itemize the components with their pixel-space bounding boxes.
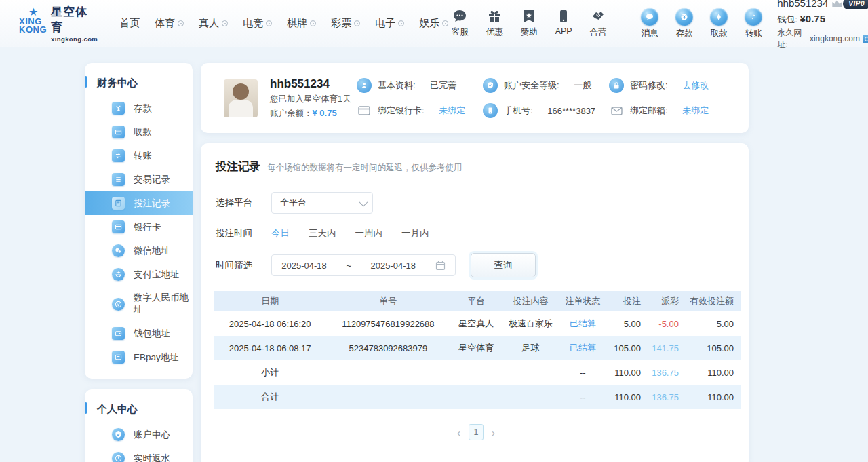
password-change-link[interactable]: 去修改: [682, 79, 709, 92]
sidebar-item-realtime-rebate[interactable]: 实时返水: [85, 446, 193, 462]
dropdown-circle-icon: [178, 20, 184, 26]
platform-select[interactable]: 全平台: [271, 192, 373, 214]
security-level-item: 账户安全等级: 一般: [483, 78, 609, 93]
sidebar-item-digital-rmb-address[interactable]: 数字人民币地址: [85, 286, 193, 322]
partnership-icon: [590, 8, 606, 24]
sidebar-item-account-center[interactable]: 账户中心: [85, 423, 193, 446]
sidebar-item-wallet-address[interactable]: 钱包地址: [85, 322, 193, 345]
main-content: hhb551234 您已加入星空体育1天 账户余额：¥ 0.75 基本资料: 已…: [201, 63, 749, 462]
col-payout: 派彩: [648, 291, 686, 311]
promotions-button[interactable]: 优惠: [483, 8, 506, 38]
account-center-icon: [112, 428, 125, 441]
nav-item-esports[interactable]: 电竞: [243, 17, 272, 30]
page-number[interactable]: 1: [469, 424, 484, 440]
deposit-button[interactable]: 存款: [673, 8, 696, 39]
main-nav: 首页 体育 真人 电竞 棋牌 彩票 电子 娱乐: [119, 17, 448, 30]
dropdown-circle-icon: [266, 20, 272, 26]
profile-card: hhb551234 您已加入星空体育1天 账户余额：¥ 0.75 基本资料: 已…: [201, 63, 749, 133]
nav-item-home[interactable]: 首页: [119, 17, 140, 30]
bind-email-link[interactable]: 未绑定: [682, 104, 709, 117]
bind-bank-card-item: 绑定银行卡: 未绑定: [357, 103, 483, 118]
url-badge-icon[interactable]: [863, 35, 868, 43]
shield-check-icon: [483, 78, 498, 93]
nav-item-entertainment[interactable]: 娱乐: [419, 17, 448, 30]
star-icon: ★: [28, 8, 39, 16]
app-download-button[interactable]: APP: [552, 8, 575, 36]
top-navbar: ★ XING KONG 星空体育 xingkong.com 首页 体育 真人 电…: [0, 0, 868, 47]
date-from[interactable]: 2025-04-18: [281, 261, 327, 271]
table-row: 2025-04-18 06:16:20 1120975476819922688 …: [214, 311, 741, 336]
sidebar-item-deposit[interactable]: 存款: [85, 96, 193, 120]
query-button[interactable]: 查询: [471, 253, 536, 277]
customer-service-icon: [452, 8, 468, 24]
chevron-down-icon: [359, 197, 368, 206]
phone-icon: [483, 103, 498, 118]
transaction-record-icon: [112, 173, 125, 186]
sidebar-item-bet-records[interactable]: 投注记录: [85, 191, 193, 215]
dropdown-circle-icon: [310, 20, 316, 26]
transfer-icon: [112, 149, 125, 162]
withdraw-button[interactable]: 取款: [707, 8, 730, 39]
bank-card-outline-icon: [357, 103, 372, 118]
dropdown-circle-icon: [442, 20, 448, 26]
user-info: hhb551234 VIP0 钱包: ¥0.75 永久网址: xingkong.…: [777, 0, 868, 51]
nav-item-sports[interactable]: 体育: [155, 17, 184, 30]
site-logo[interactable]: ★ XING KONG 星空体育 xingkong.com: [19, 4, 98, 43]
sidebar-item-transfer[interactable]: 转账: [85, 144, 193, 168]
time-option-3days[interactable]: 三天内: [309, 227, 336, 239]
realtime-rebate-icon: [112, 452, 125, 462]
sidebar-item-transactions[interactable]: 交易记录: [85, 168, 193, 191]
vip-badge: VIP0: [832, 0, 868, 9]
basic-info-item: 基本资料: 已完善: [357, 78, 483, 93]
sidebar-item-alipay-address[interactable]: 支付宝地址: [85, 263, 193, 286]
date-to[interactable]: 2025-04-18: [371, 261, 416, 271]
lock-icon: [609, 78, 624, 93]
withdraw-icon: [112, 126, 125, 138]
sidebar-item-wechat-address[interactable]: 微信地址: [85, 239, 193, 263]
logo-cn-text: 星空体育 xingkong.com: [51, 4, 98, 43]
alipay-icon: [112, 268, 125, 281]
bind-bank-card-link[interactable]: 未绑定: [439, 104, 465, 117]
nav-item-live[interactable]: 真人: [199, 17, 228, 30]
profile-joined-text: 您已加入星空体育1天: [270, 94, 357, 105]
sidebar-item-bank-card[interactable]: 银行卡: [85, 215, 193, 239]
calendar-icon: [435, 261, 446, 271]
dropdown-circle-icon: [398, 20, 404, 26]
partnership-button[interactable]: 合营: [587, 8, 610, 38]
messages-button[interactable]: 消息: [638, 8, 661, 39]
bind-email-item: 绑定邮箱: 未绑定: [609, 103, 735, 118]
transfer-icon: [745, 8, 762, 26]
logo-en-text: ★ XING KONG: [19, 14, 47, 34]
status-badge: 已结算: [559, 336, 606, 360]
col-bet-amount: 投注: [606, 291, 648, 311]
time-option-week[interactable]: 一周内: [355, 227, 383, 239]
gift-icon: [486, 8, 502, 24]
sponsor-button[interactable]: 赞助: [517, 8, 540, 38]
wechat-icon: [112, 244, 125, 257]
prev-page-button[interactable]: ‹: [456, 427, 462, 438]
nav-item-chess[interactable]: 棋牌: [287, 17, 316, 30]
sidebar-item-withdraw[interactable]: 取款: [85, 120, 193, 144]
next-page-button[interactable]: ›: [490, 427, 496, 438]
user-profile-icon: [357, 78, 372, 93]
personal-center-card: 个人中心 账户中心 实时返水: [85, 389, 193, 462]
dropdown-circle-icon: [354, 20, 360, 26]
bet-record-icon: [112, 197, 125, 210]
withdraw-icon: [710, 8, 728, 26]
bank-card-icon: [112, 220, 125, 233]
nav-item-slots[interactable]: 电子: [375, 17, 404, 30]
col-platform: 平台: [450, 291, 502, 311]
finance-center-title: 财务中心: [85, 74, 193, 96]
nav-item-lottery[interactable]: 彩票: [331, 17, 360, 30]
sidebar-item-ebpay-address[interactable]: EBpay地址: [85, 345, 193, 369]
personal-center-title: 个人中心: [85, 400, 193, 423]
payout-value: 141.75: [648, 336, 686, 360]
customer-service-button[interactable]: 客服: [448, 8, 471, 38]
time-option-today[interactable]: 今日: [271, 227, 290, 239]
date-range-picker[interactable]: 2025-04-18 ~ 2025-04-18: [271, 254, 456, 276]
table-header-row: 日期 单号 平台 投注内容 注单状态 投注 派彩 有效投注额: [214, 291, 741, 311]
time-option-month[interactable]: 一月内: [401, 227, 429, 239]
wallet-address-icon: [112, 327, 125, 340]
transfer-button[interactable]: 转账: [742, 8, 765, 39]
total-row: 合计 -- 110.00 136.75 110.00: [214, 385, 741, 409]
